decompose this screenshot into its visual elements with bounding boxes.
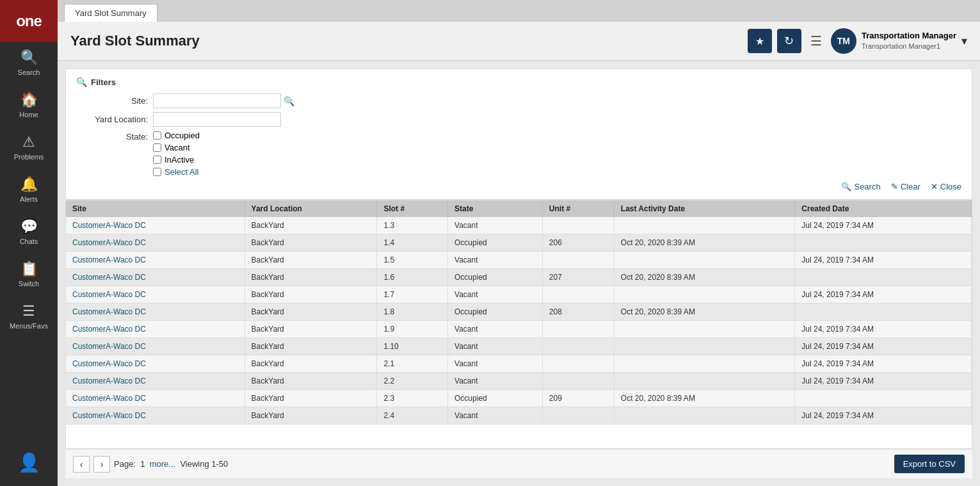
page-title: Yard Slot Summary [70,33,200,49]
sidebar-item-label: Alerts [20,195,38,203]
sidebar-item-menus[interactable]: ☰ Menus/Favs [0,295,58,337]
site-link[interactable]: CustomerA-Waco DC [72,221,146,230]
sidebar-item-home[interactable]: 🏠 Home [0,84,58,126]
app-logo: one [0,0,58,42]
occupied-checkbox[interactable] [153,131,161,140]
col-yard-location: Yard Location [245,200,377,217]
next-page-button[interactable]: › [93,456,110,473]
chat-icon: 💬 [20,218,38,235]
cell-last-activity: Oct 20, 2020 8:39 AM [614,390,795,407]
select-all-link[interactable]: Select All [165,167,198,177]
site-link[interactable]: CustomerA-Waco DC [72,359,146,368]
site-link[interactable]: CustomerA-Waco DC [72,342,146,351]
cell-unit: 208 [542,304,614,321]
col-slot: Slot # [377,200,448,217]
site-input[interactable] [153,93,281,108]
sidebar-item-label: Problems [14,153,44,161]
filter-header: 🔍 Filters [76,77,961,87]
site-link[interactable]: CustomerA-Waco DC [72,377,146,385]
user-avatar-sidebar[interactable]: 👤 [0,444,58,481]
sidebar-item-search[interactable]: 🔍 Search [0,42,58,84]
refresh-icon: ↻ [784,34,794,48]
cell-yard-location: BackYard [245,286,377,304]
prev-page-button[interactable]: ‹ [73,456,90,473]
table-row: CustomerA-Waco DCBackYard1.9VacantJul 24… [66,321,972,338]
inactive-checkbox-label[interactable]: InActive [153,155,200,165]
site-link[interactable]: CustomerA-Waco DC [72,411,146,420]
close-link[interactable]: ✕ Close [931,182,961,191]
cell-yard-location: BackYard [245,321,377,338]
site-link[interactable]: CustomerA-Waco DC [72,394,146,403]
site-link[interactable]: CustomerA-Waco DC [72,290,146,299]
cell-unit [542,338,614,355]
cell-state: Occupied [448,269,543,286]
site-search-button[interactable]: 🔍 [284,96,294,106]
search-link[interactable]: 🔍 Search [841,182,880,191]
cell-last-activity: Oct 20, 2020 8:39 AM [614,234,795,252]
vacant-checkbox-label[interactable]: Vacant [153,143,200,152]
site-link[interactable]: CustomerA-Waco DC [72,307,146,316]
table-row: CustomerA-Waco DCBackYard2.2VacantJul 24… [66,373,972,390]
sidebar-item-chats[interactable]: 💬 Chats [0,211,58,253]
clear-icon: ✎ [891,182,898,191]
cell-last-activity [614,338,795,355]
page-navigation: ‹ › Page: 1 more... Viewing 1-50 [73,456,228,473]
search-action-icon: 🔍 [841,182,851,191]
user-role: Transportation Manager1 [862,42,956,51]
col-site: Site [66,200,245,217]
site-link[interactable]: CustomerA-Waco DC [72,255,146,264]
select-all-checkbox-label[interactable]: Select All [153,167,200,177]
cell-last-activity [614,217,795,234]
cell-slot: 1.4 [377,234,448,252]
user-menu-button[interactable]: ▾ [961,34,967,48]
yard-location-input[interactable] [153,112,281,127]
cell-yard-location: BackYard [245,390,377,407]
more-pages-link[interactable]: more... [150,459,175,469]
sidebar-item-problems[interactable]: ⚠ Problems [0,126,58,168]
favorite-button[interactable]: ★ [748,29,772,53]
cell-slot: 2.3 [377,390,448,407]
cell-site: CustomerA-Waco DC [66,321,245,338]
bell-icon: 🔔 [20,176,38,193]
cell-site: CustomerA-Waco DC [66,269,245,286]
state-checkboxes: Occupied Vacant InActive Select All [153,131,200,177]
yard-location-label: Yard Location: [76,115,153,124]
menu-button[interactable]: ☰ [807,29,826,53]
cell-slot: 1.10 [377,338,448,355]
site-label: Site: [76,96,153,106]
cell-slot: 2.4 [377,407,448,425]
page-number: 1 [140,459,145,469]
cell-unit: 209 [542,390,614,407]
page-label: Page: [114,459,136,469]
cell-site: CustomerA-Waco DC [66,234,245,252]
cell-created: Jul 24, 2019 7:34 AM [795,338,972,355]
user-info: Transportation Manager Transportation Ma… [862,31,956,51]
inactive-label: InActive [165,155,194,165]
cell-last-activity: Oct 20, 2020 8:39 AM [614,304,795,321]
cell-created: Jul 24, 2019 7:34 AM [795,373,972,390]
search-icon: 🔍 [20,49,38,66]
refresh-button[interactable]: ↻ [777,29,801,53]
export-csv-button[interactable]: Export to CSV [894,455,965,473]
cell-state: Vacant [448,355,543,373]
col-unit: Unit # [542,200,614,217]
table-row: CustomerA-Waco DCBackYard1.8Occupied208O… [66,304,972,321]
occupied-checkbox-label[interactable]: Occupied [153,131,200,140]
tab-yard-slot-summary[interactable]: Yard Slot Summary [64,4,157,22]
sidebar-item-alerts[interactable]: 🔔 Alerts [0,168,58,211]
vacant-checkbox[interactable] [153,143,161,152]
sidebar-item-switch[interactable]: 📋 Switch [0,253,58,295]
sidebar-item-label: Switch [19,280,39,288]
site-link[interactable]: CustomerA-Waco DC [72,273,146,282]
star-icon: ★ [755,35,764,47]
site-link[interactable]: CustomerA-Waco DC [72,238,146,247]
clear-link[interactable]: ✎ Clear [891,182,920,191]
inactive-checkbox[interactable] [153,156,161,164]
select-all-checkbox[interactable] [153,168,161,176]
cell-slot: 1.9 [377,321,448,338]
table-row: CustomerA-Waco DCBackYard2.1VacantJul 24… [66,355,972,373]
cell-site: CustomerA-Waco DC [66,355,245,373]
user-name: Transportation Manager [862,31,956,42]
sidebar-item-label: Home [19,111,38,118]
site-link[interactable]: CustomerA-Waco DC [72,325,146,334]
